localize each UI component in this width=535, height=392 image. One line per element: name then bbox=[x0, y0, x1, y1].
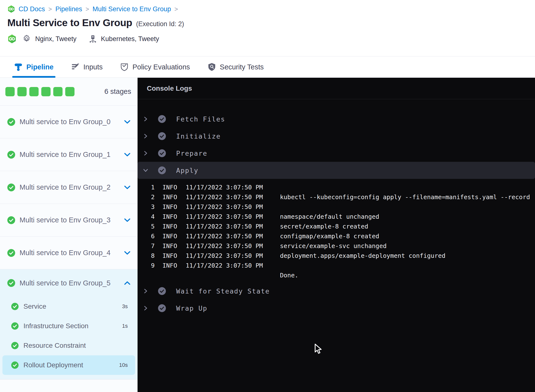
success-check-icon bbox=[7, 279, 15, 287]
stage-label: Multi service to Env Group_1 bbox=[20, 151, 124, 159]
step-item-infrastructure-section[interactable]: Infrastructure Section 1s bbox=[0, 316, 138, 336]
breadcrumb-link-multi-service-to-env-group[interactable]: Multi Service to Env Group bbox=[93, 5, 171, 13]
console-step-initialize[interactable]: Initialize bbox=[138, 128, 535, 145]
chevron-down-icon[interactable] bbox=[143, 168, 148, 173]
log-line: 2 INFO 11/17/2022 3:07:50 PM kubectl --k… bbox=[138, 192, 535, 202]
gray-check-icon bbox=[158, 287, 166, 295]
console-step-wrap-up[interactable]: Wrap Up bbox=[138, 300, 535, 317]
breadcrumb-link-pipelines[interactable]: Pipelines bbox=[55, 5, 82, 13]
step-item-service[interactable]: Service 3s bbox=[0, 297, 138, 316]
chevron-up-blue-icon[interactable] bbox=[124, 281, 131, 285]
log-line-number[interactable]: 7 bbox=[138, 242, 155, 250]
title-row: Multi Service to Env Group (Execution Id… bbox=[7, 17, 528, 29]
log-timestamp: 11/17/2022 3:07:50 PM bbox=[186, 262, 280, 269]
stage-item-multi-service-to-env-group-4[interactable]: Multi service to Env Group_4 bbox=[0, 237, 138, 269]
log-message: deployment.apps/example-deployment confi… bbox=[280, 252, 535, 259]
stage-progress-square[interactable] bbox=[41, 87, 51, 96]
expanded-stage-block: Multi service to Env Group_5 Service 3s … bbox=[0, 269, 138, 380]
environments-label[interactable]: Kubernetes, Tweety bbox=[101, 35, 159, 43]
chevron-down-blue-icon[interactable] bbox=[124, 152, 131, 157]
main-content: 6 stages Multi service to Env Group_0 Mu… bbox=[0, 78, 535, 392]
pipeline-header: CD Docs>Pipelines>Multi Service to Env G… bbox=[0, 0, 535, 56]
stage-progress-squares bbox=[5, 87, 75, 96]
step-label: Resource Constraint bbox=[23, 342, 86, 349]
stage-item-multi-service-to-env-group-2[interactable]: Multi service to Env Group_2 bbox=[0, 171, 138, 204]
log-level: INFO bbox=[162, 233, 186, 240]
gray-check-icon bbox=[158, 132, 166, 140]
stage-progress-square[interactable] bbox=[17, 87, 27, 96]
log-line-number[interactable]: 6 bbox=[138, 233, 155, 240]
stage-count-label: 6 stages bbox=[104, 87, 131, 96]
console-step-label: Apply bbox=[176, 167, 198, 174]
chevron-down-blue-icon[interactable] bbox=[124, 185, 131, 190]
success-check-icon bbox=[7, 216, 15, 224]
stage-progress-square[interactable] bbox=[29, 87, 39, 96]
gray-check-icon bbox=[158, 304, 166, 312]
log-line-number[interactable]: 4 bbox=[138, 213, 155, 220]
services-row: Nginx, Tweety Kubernetes, Tweety bbox=[7, 33, 528, 45]
gray-check-icon bbox=[158, 115, 166, 123]
chevron-down-blue-icon[interactable] bbox=[124, 251, 131, 255]
stage-label: Multi service to Env Group_4 bbox=[20, 249, 124, 257]
log-line: Done. bbox=[138, 270, 535, 280]
tab-policy-evaluations[interactable]: Policy Evaluations bbox=[120, 56, 190, 77]
console-step-fetch-files[interactable]: Fetch Files bbox=[138, 110, 535, 128]
chevron-right-icon[interactable] bbox=[143, 133, 148, 139]
chevron-right-icon[interactable] bbox=[143, 305, 148, 311]
breadcrumb-link-cd-docs[interactable]: CD Docs bbox=[19, 5, 45, 13]
log-line-number[interactable]: 8 bbox=[138, 252, 155, 259]
log-line-number[interactable]: 1 bbox=[138, 184, 155, 191]
log-lines: 1 INFO 11/17/2022 3:07:50 PM 2 INFO 11/1… bbox=[138, 179, 535, 283]
log-level: INFO bbox=[162, 184, 186, 191]
step-item-resource-constraint[interactable]: Resource Constraint bbox=[0, 336, 138, 355]
stage-progress-square[interactable] bbox=[65, 87, 75, 96]
tab-inputs[interactable]: Inputs bbox=[71, 56, 103, 77]
pipeline-execution-page: CD Docs>Pipelines>Multi Service to Env G… bbox=[0, 0, 535, 392]
chevron-right-icon[interactable] bbox=[143, 151, 148, 156]
step-duration: 3s bbox=[122, 303, 128, 310]
stage-label: Multi service to Env Group_5 bbox=[20, 279, 124, 287]
step-label: Infrastructure Section bbox=[23, 322, 88, 330]
log-timestamp: 11/17/2022 3:07:50 PM bbox=[186, 203, 280, 210]
tab-security-tests[interactable]: Security Tests bbox=[208, 56, 264, 77]
chevron-down-blue-icon[interactable] bbox=[124, 218, 131, 222]
step-duration: 10s bbox=[119, 362, 128, 368]
log-line-number[interactable]: 5 bbox=[138, 223, 155, 230]
tab-label: Policy Evaluations bbox=[132, 63, 190, 71]
stage-item-multi-service-to-env-group-5[interactable]: Multi service to Env Group_5 bbox=[0, 269, 138, 297]
breadcrumb-separator: > bbox=[174, 6, 178, 13]
log-line-number[interactable]: 9 bbox=[138, 262, 155, 269]
console-step-label: Fetch Files bbox=[176, 115, 225, 123]
chevron-right-icon[interactable] bbox=[143, 288, 148, 294]
console-step-label: Prepare bbox=[176, 150, 207, 157]
tab-label: Inputs bbox=[83, 63, 103, 71]
services-label[interactable]: Nginx, Tweety bbox=[35, 35, 76, 43]
console-step-apply[interactable]: Apply bbox=[138, 162, 535, 179]
services-gear-icon bbox=[22, 34, 31, 44]
log-line: 3 INFO 11/17/2022 3:07:50 PM bbox=[138, 202, 535, 212]
log-level: INFO bbox=[162, 262, 186, 269]
log-level: INFO bbox=[162, 252, 186, 259]
log-line-number[interactable]: 2 bbox=[138, 194, 155, 201]
console-step-prepare[interactable]: Prepare bbox=[138, 145, 535, 162]
stage-item-multi-service-to-env-group-3[interactable]: Multi service to Env Group_3 bbox=[0, 204, 138, 237]
stage-item-multi-service-to-env-group-1[interactable]: Multi service to Env Group_1 bbox=[0, 138, 138, 171]
console-step-wait-for-steady-state[interactable]: Wait for Steady State bbox=[138, 283, 535, 300]
log-timestamp: 11/17/2022 3:07:50 PM bbox=[186, 194, 280, 201]
gray-check-icon bbox=[158, 166, 166, 174]
stage-progress-square[interactable] bbox=[53, 87, 63, 96]
tab-pipeline[interactable]: Pipeline bbox=[14, 56, 54, 77]
chevron-right-icon[interactable] bbox=[143, 116, 148, 122]
log-timestamp: 11/17/2022 3:07:50 PM bbox=[186, 213, 280, 220]
log-level: INFO bbox=[162, 203, 186, 210]
log-line-number[interactable]: 3 bbox=[138, 203, 155, 210]
success-check-icon bbox=[11, 303, 19, 310]
stage-item-multi-service-to-env-group-0[interactable]: Multi service to Env Group_0 bbox=[0, 106, 138, 138]
breadcrumb-separator: > bbox=[48, 6, 52, 13]
success-check-icon bbox=[7, 184, 15, 191]
log-line: 9 INFO 11/17/2022 3:07:50 PM bbox=[138, 261, 535, 270]
step-label: Service bbox=[23, 303, 46, 310]
stage-progress-square[interactable] bbox=[5, 87, 15, 96]
chevron-down-blue-icon[interactable] bbox=[124, 120, 131, 124]
step-item-rollout-deployment[interactable]: Rollout Deployment 10s bbox=[2, 355, 135, 375]
